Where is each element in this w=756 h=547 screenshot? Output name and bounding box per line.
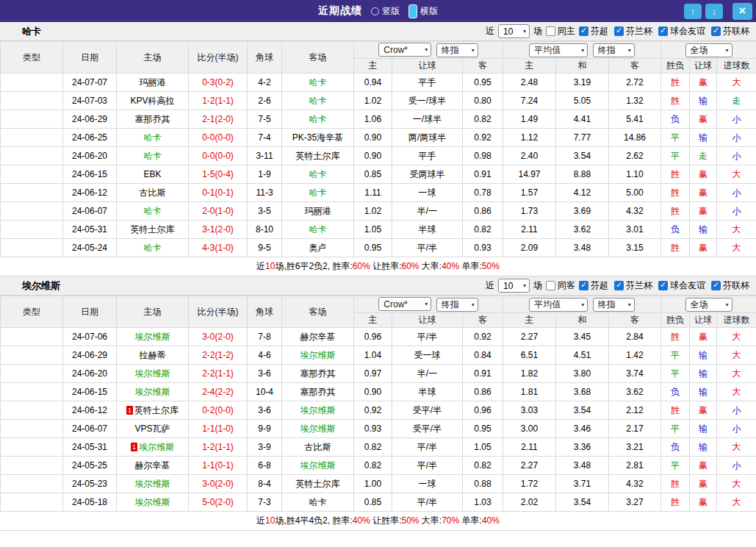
page-title: 近期战绩 bbox=[318, 4, 362, 18]
same-venue-filter[interactable]: 同客 bbox=[546, 279, 575, 292]
odds-company-select[interactable]: Crow*▾ bbox=[378, 297, 431, 311]
league-filter[interactable]: 芬超 bbox=[579, 279, 608, 292]
checkbox-icon[interactable] bbox=[579, 281, 588, 290]
titlebar-center: 近期战绩 竖版 横版 bbox=[318, 4, 438, 18]
corners-cell: 4-2 bbox=[248, 74, 282, 92]
date-cell: 24-06-15 bbox=[63, 383, 117, 401]
result-goals-cell: 小 bbox=[717, 110, 756, 129]
checkbox-icon[interactable] bbox=[658, 26, 668, 36]
result-handicap-cell: 赢 bbox=[690, 401, 717, 420]
section-header: 哈卡 近 10▾ 场 同主 芬超芬兰杯球会友谊芬联杯 bbox=[0, 22, 756, 41]
col-header-wdl: 胜负 bbox=[661, 59, 690, 74]
odds-final-select[interactable]: 终指▾ bbox=[436, 43, 478, 57]
checkbox-icon[interactable] bbox=[579, 26, 588, 36]
odds-company-select[interactable]: Crow*▾ bbox=[378, 43, 431, 57]
league-filter[interactable]: 芬兰杯 bbox=[614, 279, 652, 292]
checkbox-icon[interactable] bbox=[711, 26, 721, 36]
chevron-down-icon: ▾ bbox=[472, 301, 475, 308]
league-filter[interactable]: 芬兰杯 bbox=[614, 25, 652, 37]
layout-radio-horizontal[interactable]: 横版 bbox=[408, 4, 438, 18]
league-type-cell: 芬超 bbox=[1, 221, 63, 239]
checkbox-icon[interactable] bbox=[546, 26, 555, 36]
scope-select[interactable]: 全场▾ bbox=[685, 43, 732, 57]
filter-bar: 近 10▾ 场 同客 芬超芬兰杯球会友谊芬联杯 bbox=[486, 279, 749, 293]
col-header-odds-away: 客 bbox=[463, 313, 503, 328]
checkbox-icon[interactable] bbox=[614, 26, 624, 36]
checkbox-icon[interactable] bbox=[614, 281, 624, 290]
summary-text: 60% bbox=[401, 261, 419, 271]
away-team-cell: 玛丽港 bbox=[282, 202, 354, 221]
same-venue-filter[interactable]: 同主 bbox=[546, 25, 575, 37]
away-team-cell: 埃尔维斯 bbox=[282, 457, 354, 475]
away-team-cell: 哈卡 bbox=[282, 92, 354, 110]
away-team-cell: PK-35海辛基 bbox=[282, 129, 354, 147]
league-filter-label: 芬兰杯 bbox=[626, 25, 652, 37]
result-handicap-cell: 输 bbox=[690, 438, 717, 457]
league-filter-label: 芬超 bbox=[591, 25, 608, 37]
league-filter[interactable]: 球会友谊 bbox=[658, 279, 705, 292]
checkbox-icon[interactable] bbox=[711, 281, 721, 290]
avg-away-cell: 1.42 bbox=[609, 346, 661, 365]
away-odds-cell: 0.98 bbox=[463, 147, 503, 165]
away-team-cell: 古比斯 bbox=[282, 438, 354, 457]
col-header-odds-away: 客 bbox=[463, 59, 503, 74]
avg-home-cell: 14.97 bbox=[503, 165, 556, 184]
corners-cell: 7-5 bbox=[248, 110, 282, 129]
odds-header-cell: Crow*▾ 终指▾ bbox=[354, 42, 503, 59]
checkbox-icon[interactable] bbox=[546, 281, 555, 290]
scroll-down-button[interactable]: ↓ bbox=[705, 4, 723, 19]
corners-cell: 4-6 bbox=[248, 346, 282, 365]
away-team-cell: 哈卡 bbox=[282, 165, 354, 184]
away-odds-cell: 0.82 bbox=[463, 221, 503, 239]
avg-final-select[interactable]: 终指▾ bbox=[593, 298, 635, 312]
col-header-home: 主场 bbox=[117, 42, 189, 74]
score-cell: 1-5(0-4) bbox=[189, 165, 248, 184]
handicap-cell: 平/半 bbox=[392, 457, 463, 475]
league-filter-label: 芬联杯 bbox=[723, 279, 749, 292]
avg-draw-cell: 3.46 bbox=[556, 420, 609, 438]
avg-source-select[interactable]: 平均值▾ bbox=[529, 43, 588, 57]
summary-text: 让胜率: bbox=[370, 261, 402, 271]
radio-icon[interactable] bbox=[408, 4, 417, 18]
summary-text: 大率: bbox=[420, 261, 442, 271]
checkbox-icon[interactable] bbox=[658, 281, 668, 290]
close-button[interactable]: × bbox=[732, 3, 752, 20]
scope-select[interactable]: 全场▾ bbox=[685, 298, 732, 312]
corners-cell: 9-5 bbox=[248, 239, 282, 257]
home-team-cell: KPV科高拉 bbox=[117, 92, 189, 110]
odds-final-select[interactable]: 终指▾ bbox=[436, 298, 478, 312]
home-team-cell: 哈卡 bbox=[117, 239, 189, 257]
scroll-up-button[interactable]: ↑ bbox=[684, 4, 702, 19]
col-header-let: 让球 bbox=[690, 59, 717, 74]
away-odds-cell: 0.86 bbox=[463, 202, 503, 221]
score-cell: 0-0(0-0) bbox=[189, 129, 248, 147]
date-cell: 24-05-23 bbox=[63, 475, 117, 493]
home-team-cell: 埃尔维斯 bbox=[117, 365, 189, 383]
away-team-cell: 哈卡 bbox=[282, 493, 354, 512]
match-count-select[interactable]: 10▾ bbox=[498, 24, 530, 38]
match-count-select[interactable]: 10▾ bbox=[498, 279, 530, 293]
league-filter[interactable]: 芬联杯 bbox=[711, 279, 749, 292]
league-type-cell: 芬超 bbox=[1, 493, 63, 512]
score-cell: 0-1(0-1) bbox=[189, 184, 248, 202]
score-cell: 2-0(1-0) bbox=[189, 202, 248, 221]
avg-source-select[interactable]: 平均值▾ bbox=[529, 298, 588, 312]
summary-text: 40% bbox=[353, 515, 370, 526]
radio-icon[interactable] bbox=[371, 7, 379, 15]
result-wdl-cell: 平 bbox=[661, 147, 690, 165]
red-card-icon: 1 bbox=[131, 443, 137, 451]
league-filter[interactable]: 芬联杯 bbox=[711, 25, 749, 37]
league-filter[interactable]: 球会友谊 bbox=[658, 25, 705, 37]
away-team-cell: 塞那乔其 bbox=[282, 365, 354, 383]
league-type-cell: 芬超 bbox=[1, 438, 63, 457]
layout-radio-vertical[interactable]: 竖版 bbox=[371, 5, 400, 18]
match-row: 芬兰杯24-06-15EBK1-5(0-4)1-9哈卡0.85受两球半0.911… bbox=[1, 165, 756, 184]
corners-cell: 7-8 bbox=[248, 328, 282, 346]
away-odds-cell: 0.93 bbox=[463, 239, 503, 257]
handicap-cell: 受平/半 bbox=[392, 401, 463, 420]
league-filter[interactable]: 芬超 bbox=[579, 25, 608, 37]
avg-draw-cell: 7.77 bbox=[556, 129, 609, 147]
away-odds-cell: 1.05 bbox=[463, 438, 503, 457]
avg-final-select[interactable]: 终指▾ bbox=[593, 43, 635, 57]
league-type-cell: 芬超 bbox=[1, 346, 63, 365]
